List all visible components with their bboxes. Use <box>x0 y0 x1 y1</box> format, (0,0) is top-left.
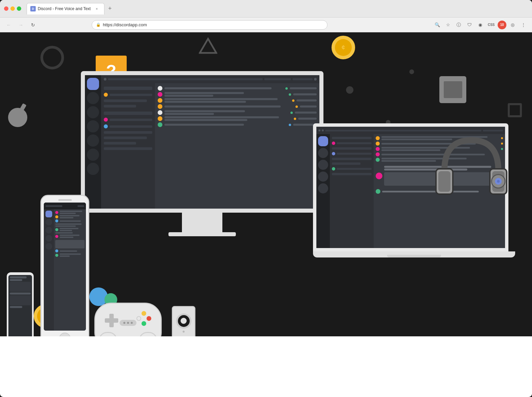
gamepad-btn-top[interactable] <box>142 311 146 316</box>
headphones <box>431 127 512 208</box>
extension-icon-3[interactable]: ◎ <box>508 21 517 29</box>
gamepad-oval-dot-1 <box>123 322 125 324</box>
deco-coin-top-inner: ¢ <box>335 39 352 56</box>
zoom-icon[interactable]: 🔍 <box>433 21 442 29</box>
tab-close-icon[interactable]: × <box>94 6 99 11</box>
discord-servers <box>85 75 101 209</box>
pc-line-9a <box>60 253 81 255</box>
extension-icon-1[interactable]: CSS <box>487 21 496 29</box>
lch-line-2 <box>332 147 372 150</box>
browser-window: D Discord - Free Voice and Text × + ← → … <box>0 0 532 397</box>
msg-line-4a <box>164 105 281 108</box>
channel-text-2 <box>109 119 152 121</box>
msg-line-right-4 <box>300 105 317 108</box>
gamepad-dpad <box>105 314 118 327</box>
psb-icon-active <box>45 211 52 217</box>
pc-avatar-pink-2 <box>55 235 58 238</box>
lch-text-1 <box>337 142 372 144</box>
lmsg-avatar-5 <box>376 158 380 162</box>
browser-tab[interactable]: D Discord - Free Voice and Text × <box>27 3 104 14</box>
forward-button[interactable]: → <box>16 20 26 30</box>
pc-line-4a <box>55 223 82 225</box>
phone-screen <box>44 203 86 331</box>
channel-row-2 <box>101 118 155 122</box>
maximize-button[interactable] <box>17 6 21 11</box>
tab-title: Discord - Free Voice and Text <box>38 6 91 11</box>
bookmark-icon[interactable]: ☆ <box>444 21 452 29</box>
extension-icon-2[interactable]: 10 <box>498 21 506 29</box>
tab-bar: D Discord - Free Voice and Text × + <box>27 3 528 14</box>
msg-row-2 <box>158 92 317 97</box>
user-avatar-blue-1 <box>104 124 108 128</box>
channel-row-3 <box>101 124 155 128</box>
back-button[interactable]: ← <box>4 20 13 30</box>
gamepad-btn-bottom[interactable] <box>142 321 146 326</box>
msg-dot-yellow-2 <box>295 105 298 108</box>
lsv-icon-1 <box>318 148 328 158</box>
deco-bomb <box>7 106 29 128</box>
discord-topbar <box>101 75 319 83</box>
topbar-line-3 <box>292 78 313 80</box>
channel-item-4 <box>104 136 147 139</box>
pc-lines-7 <box>60 235 85 238</box>
reload-button[interactable]: ↻ <box>28 20 38 30</box>
laptop-base <box>313 251 515 257</box>
channel-item-3 <box>104 131 152 134</box>
msg-line-right-1 <box>290 87 317 89</box>
lmsg-avatar-1 <box>376 136 380 140</box>
pc-avatar-blue <box>55 219 58 222</box>
page-content: ? ¢ ¢ <box>0 32 532 397</box>
pc-line-5a <box>60 228 79 229</box>
pc-avatar-pink <box>55 211 58 214</box>
channel-row-1 <box>101 93 155 97</box>
minimize-button[interactable] <box>10 6 15 11</box>
speaker-body <box>172 306 195 340</box>
new-tab-button[interactable]: + <box>105 4 115 13</box>
grey-device-body <box>439 76 466 103</box>
ps-line-4 <box>10 306 22 308</box>
user-avatar-pink-1 <box>104 118 108 122</box>
msg-row-4 <box>158 104 317 109</box>
gamepad-btn-left[interactable] <box>136 316 141 321</box>
pc-line-2a <box>60 215 80 216</box>
deco-bomb-body <box>7 106 29 128</box>
monitor-screen <box>81 71 323 213</box>
grey-device <box>439 76 466 103</box>
discord-inner-wrap <box>101 75 319 209</box>
svg-marker-0 <box>200 39 216 53</box>
menu-icon[interactable]: ⋮ <box>519 21 528 29</box>
msg-dot-yellow-3 <box>294 118 296 120</box>
deco-circle-outline <box>40 46 64 69</box>
phone-topbar <box>44 203 86 209</box>
ps-line-3 <box>10 293 31 295</box>
server-icon-1 <box>87 92 99 104</box>
pc-lines-3 <box>60 220 85 222</box>
close-button[interactable] <box>4 6 8 11</box>
msg-line-6b <box>164 119 247 121</box>
psb-icon-4 <box>45 243 52 250</box>
msg-lines-6 <box>164 116 292 121</box>
lsv-icon-3 <box>318 172 328 182</box>
channel-header-2 <box>104 112 152 115</box>
channel-item-1 <box>104 99 147 102</box>
svg-point-7 <box>497 180 500 183</box>
msg-line-1a <box>164 87 272 89</box>
deco-triangle <box>199 37 217 56</box>
deco-square-outline <box>508 103 522 117</box>
pc-lines-9 <box>60 253 85 257</box>
laptop-channels <box>330 134 374 248</box>
msg-lines-1 <box>164 87 283 89</box>
shield-icon[interactable]: 🛡 <box>465 21 474 29</box>
address-bar[interactable]: 🔒 https://discordapp.com <box>92 20 327 30</box>
server-icon-4 <box>87 134 99 147</box>
ps-line-2 <box>10 279 22 281</box>
pc-avatar-green <box>55 228 58 231</box>
chrome-icon[interactable]: ◉ <box>476 21 485 29</box>
info-icon[interactable]: ⓘ <box>455 21 463 29</box>
gamepad-btn-right[interactable] <box>147 316 151 321</box>
pc-line-4b <box>55 225 76 227</box>
lch-text-2 <box>337 153 372 155</box>
topbar-dot-2 <box>314 78 317 81</box>
pc-line-6a <box>55 232 73 234</box>
msg-row-5 <box>158 110 317 115</box>
